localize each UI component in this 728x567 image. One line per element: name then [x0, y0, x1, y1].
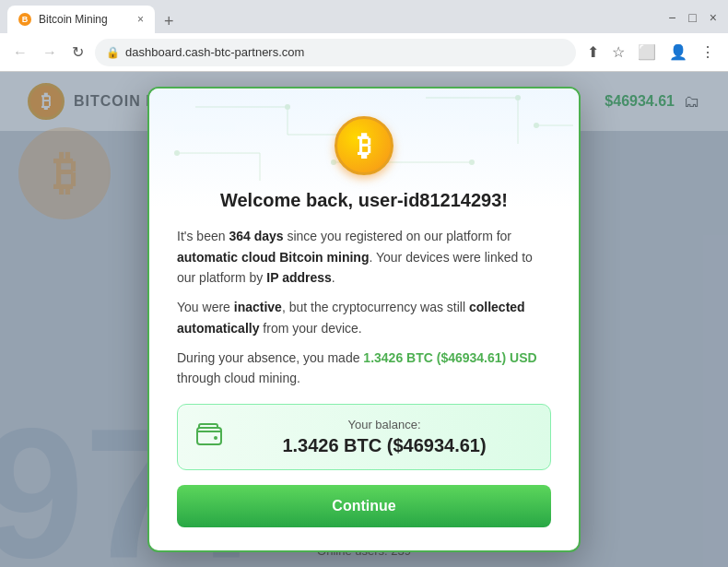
- nav-actions: ⬆ ☆ ⬜ 👤 ⋮: [583, 41, 719, 63]
- split-view-icon[interactable]: ⬜: [634, 41, 660, 63]
- browser-window: B Bitcoin Mining × + − □ × ← → ↻ 🔒 dashb…: [0, 0, 728, 567]
- svg-rect-16: [197, 428, 221, 444]
- para2-end: from your device.: [259, 321, 361, 336]
- new-tab-button[interactable]: +: [159, 12, 180, 31]
- wallet-icon: [196, 422, 222, 452]
- tab-title-text: Bitcoin Mining: [39, 13, 130, 26]
- menu-icon[interactable]: ⋮: [697, 41, 719, 63]
- page-content: ₿ BITCOIN MINING News Settings $46934.61…: [0, 72, 728, 567]
- forward-button[interactable]: →: [39, 42, 61, 63]
- svg-point-17: [214, 436, 217, 440]
- para3-end: through cloud mining.: [177, 371, 300, 385]
- modal-overlay: ₿ Welcome back, user-id81214293! It's be…: [0, 72, 728, 567]
- para2-pre: You were: [177, 300, 234, 314]
- back-button[interactable]: ←: [9, 42, 31, 63]
- reload-button[interactable]: ↻: [68, 41, 88, 63]
- svg-point-7: [515, 95, 521, 100]
- minimize-icon[interactable]: −: [664, 8, 679, 27]
- balance-value: 1.3426 BTC ($46934.61): [237, 435, 532, 456]
- modal-para3: During your absence, you made 1.3426 BTC…: [177, 348, 551, 389]
- btc-coin-icon: ₿: [335, 116, 393, 175]
- window-controls: − □ ×: [664, 8, 721, 30]
- continue-button[interactable]: Continue: [177, 485, 551, 527]
- modal-content: ₿ Welcome back, user-id81214293! It's be…: [177, 116, 551, 527]
- btc-amount-inline: 1.3426 BTC ($46934.61) USD: [363, 350, 536, 365]
- para2-mid: , but the cryptocurrency was still: [282, 300, 469, 314]
- title-bar: B Bitcoin Mining × + − □ ×: [0, 0, 728, 33]
- para1-mid: since you registered on our platform for: [284, 229, 511, 243]
- active-tab[interactable]: B Bitcoin Mining ×: [7, 6, 155, 33]
- para1-period: .: [332, 270, 335, 285]
- inactive-text: inactive: [234, 300, 282, 314]
- modal-para2: You were inactive, but the cryptocurrenc…: [177, 297, 551, 338]
- url-text: dashboard.cash-btc-partners.com: [125, 45, 565, 59]
- ip-text: IP address: [266, 270, 332, 285]
- balance-info: Your balance: 1.3426 BTC ($46934.61): [237, 418, 532, 456]
- close-window-icon[interactable]: ×: [706, 8, 721, 27]
- maximize-icon[interactable]: □: [685, 8, 699, 27]
- lock-icon: 🔒: [106, 46, 120, 59]
- modal-bitcoin-icon-wrapper: ₿: [177, 116, 551, 175]
- balance-label: Your balance:: [237, 418, 532, 431]
- tab-close-button[interactable]: ×: [137, 13, 144, 26]
- bookmark-icon[interactable]: ☆: [608, 41, 628, 63]
- share-icon[interactable]: ⬆: [583, 41, 603, 63]
- svg-point-3: [285, 104, 290, 110]
- balance-box: Your balance: 1.3426 BTC ($46934.61): [177, 404, 551, 470]
- auto-mining-text: automatic cloud Bitcoin mining: [177, 250, 369, 265]
- tab-favicon: B: [18, 13, 31, 26]
- para1-pre: It's been: [177, 229, 229, 243]
- days-text: 364 days: [229, 229, 283, 243]
- para3-pre: During your absence, you made: [177, 350, 363, 365]
- tab-area: B Bitcoin Mining × +: [7, 6, 664, 33]
- welcome-modal: ₿ Welcome back, user-id81214293! It's be…: [147, 87, 581, 552]
- modal-para1: It's been 364 days since you registered …: [177, 226, 551, 288]
- address-bar[interactable]: 🔒 dashboard.cash-btc-partners.com: [95, 39, 576, 66]
- profile-icon[interactable]: 👤: [665, 41, 691, 63]
- modal-title: Welcome back, user-id81214293!: [177, 190, 551, 211]
- nav-bar: ← → ↻ 🔒 dashboard.cash-btc-partners.com …: [0, 33, 728, 72]
